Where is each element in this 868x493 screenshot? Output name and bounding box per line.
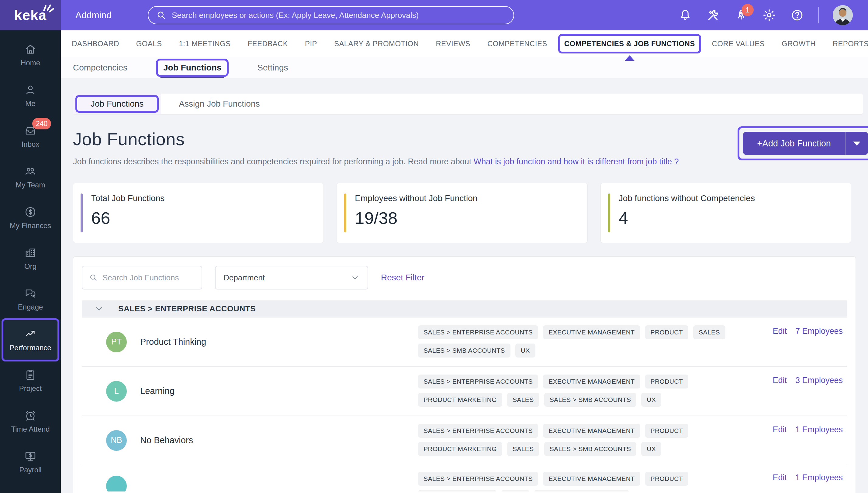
department-tags: SALES > ENTERPRISE ACCOUNTS EXECUTIVE MA… <box>418 367 756 415</box>
topbar-divider <box>818 7 819 23</box>
edit-link[interactable]: Edit <box>772 425 787 434</box>
department-tag: EXECUTIVE MANAGEMENT <box>543 472 640 486</box>
gear-icon[interactable] <box>762 8 776 22</box>
job-function-name: No Behaviors <box>140 435 193 445</box>
department-tag: PRODUCT MARKETING <box>418 393 502 407</box>
sidebar-item-payroll[interactable]: Payroll <box>0 442 61 483</box>
job-function-row: NB No Behaviors SALES > ENTERPRISE ACCOU… <box>82 416 847 465</box>
topbar: keka Addmind <box>0 0 868 30</box>
global-search[interactable] <box>148 6 514 24</box>
subtab-label: Job Functions <box>163 63 221 72</box>
notifications-bell-icon[interactable] <box>678 8 692 22</box>
tab-1-1-meetings[interactable]: 1:1 MEETINGS <box>179 40 230 48</box>
add-job-function-label[interactable]: +Add Job Function <box>743 132 846 155</box>
section-tab-label: Job Functions <box>90 99 144 109</box>
global-search-input[interactable] <box>172 10 506 20</box>
department-tag: EXECUTIVE MANAGEMENT <box>543 424 640 438</box>
search-job-functions-input[interactable] <box>102 273 195 282</box>
edit-link[interactable]: Edit <box>772 376 787 385</box>
subtab-job-functions[interactable]: Job Functions <box>163 63 221 72</box>
org-icon <box>24 246 37 259</box>
chevron-down-icon <box>351 273 360 282</box>
department-tag: EXECUTIVE MANAGEMENT <box>543 374 640 388</box>
sidebar-item-engage[interactable]: Engage <box>0 279 61 320</box>
department-tag: PRODUCT <box>645 325 689 339</box>
chevron-down-icon[interactable] <box>94 303 104 314</box>
launch-badge: 1 <box>742 4 754 16</box>
tab-salary-promotion[interactable]: SALARY & PROMOTION <box>334 40 419 48</box>
inbox-badge: 240 <box>32 118 51 129</box>
sidebar-item-project[interactable]: Project <box>0 360 61 401</box>
main-content: Job Functions Assign Job Functions Job F… <box>61 78 868 493</box>
section-tab-job-functions[interactable]: Job Functions <box>73 93 161 114</box>
group-header[interactable]: SALES > ENTERPRISE ACCOUNTS <box>82 300 847 317</box>
search-icon <box>156 10 166 20</box>
add-job-function-dropdown[interactable] <box>846 132 868 155</box>
department-tag-partial <box>501 490 529 492</box>
search-job-functions[interactable] <box>82 266 202 290</box>
job-function-info-link[interactable]: What is job function and how it is diffe… <box>474 157 679 166</box>
department-tag: SALES > ENTERPRISE ACCOUNTS <box>418 424 538 438</box>
department-tag: SALES <box>693 325 725 339</box>
reset-filter-link[interactable]: Reset Filter <box>381 273 425 282</box>
sidebar-item-me[interactable]: Me <box>0 75 61 116</box>
department-tag: SALES > SMB ACCOUNTS <box>544 393 637 407</box>
add-job-function-button[interactable]: +Add Job Function <box>743 132 868 155</box>
job-functions-table-card: Department Reset Filter SALES > ENTERPRI… <box>73 256 856 493</box>
department-tag: SALES > ENTERPRISE ACCOUNTS <box>418 374 538 388</box>
page-title: Job Functions <box>73 129 679 149</box>
launch-rocket-icon[interactable]: 1 <box>734 8 748 22</box>
sidebar-label: Home <box>21 59 40 67</box>
stat-label: Job functions without Competencies <box>619 193 755 203</box>
sidebar-item-org[interactable]: Org <box>0 238 61 279</box>
tab-reviews[interactable]: REVIEWS <box>436 40 470 48</box>
sidebar-item-my-finances[interactable]: My Finances <box>0 197 61 238</box>
stat-value: 19/38 <box>355 208 477 228</box>
subtab-settings[interactable]: Settings <box>257 63 288 72</box>
tab-goals[interactable]: GOALS <box>136 40 162 48</box>
tab-competencies-job-functions[interactable]: COMPETENCIES & JOB FUNCTIONS <box>564 40 695 48</box>
tab-feedback[interactable]: FEEDBACK <box>248 40 288 48</box>
department-tags: SALES > ENTERPRISE ACCOUNTS EXECUTIVE MA… <box>418 416 756 465</box>
department-tag: SALES > ENTERPRISE ACCOUNTS <box>418 325 538 339</box>
sidebar-label: Payroll <box>19 466 41 474</box>
tools-icon[interactable] <box>706 8 720 22</box>
tab-dashboard[interactable]: DASHBOARD <box>72 40 119 48</box>
tab-core-values[interactable]: CORE VALUES <box>712 40 765 48</box>
keka-logo[interactable]: keka <box>0 0 61 30</box>
job-function-name: Product Thinking <box>140 337 206 347</box>
help-icon[interactable] <box>790 8 804 22</box>
sidebar-item-my-team[interactable]: My Team <box>0 157 61 197</box>
edit-link[interactable]: Edit <box>772 473 787 483</box>
subtab-competencies[interactable]: Competencies <box>73 63 127 72</box>
department-tag: PRODUCT <box>645 424 689 438</box>
project-icon <box>24 368 37 381</box>
active-subtab-underline <box>160 76 224 78</box>
section-tab-assign-job-functions[interactable]: Assign Job Functions <box>161 93 277 114</box>
sidebar-item-inbox[interactable]: 240 Inbox <box>0 116 61 157</box>
finance-icon <box>24 206 37 218</box>
tab-growth[interactable]: GROWTH <box>782 40 816 48</box>
edit-link[interactable]: Edit <box>772 326 787 336</box>
sidebar-item-time-attend[interactable]: Time Attend <box>0 401 61 442</box>
department-select[interactable]: Department <box>215 266 368 290</box>
stat-accent-bar <box>608 193 610 232</box>
sidebar-label: Inbox <box>22 140 40 149</box>
employees-link[interactable]: 7 Employees <box>795 326 843 336</box>
page-description: Job functions describes the responsibili… <box>73 157 679 167</box>
sidebar: Home Me 240 Inbox My Team My Finances <box>0 30 61 493</box>
sidebar-label: My Finances <box>10 221 51 230</box>
tab-reports[interactable]: REPORTS <box>833 40 868 48</box>
user-avatar[interactable] <box>833 5 853 25</box>
employees-link[interactable]: 1 Employees <box>795 425 843 434</box>
job-function-name: Learning <box>140 386 174 396</box>
sidebar-item-performance[interactable]: Performance <box>0 320 61 360</box>
tab-pip[interactable]: PIP <box>305 40 317 48</box>
employees-link[interactable]: 3 Employees <box>795 376 843 385</box>
employees-link[interactable]: 1 Employees <box>795 473 843 483</box>
stat-card-total-job-functions: Total Job Functions 66 <box>73 183 324 243</box>
sidebar-item-home[interactable]: Home <box>0 35 61 75</box>
tab-label: COMPETENCIES & JOB FUNCTIONS <box>564 40 695 48</box>
tab-competencies[interactable]: COMPETENCIES <box>487 40 547 48</box>
logo-spark-icon <box>42 2 56 14</box>
